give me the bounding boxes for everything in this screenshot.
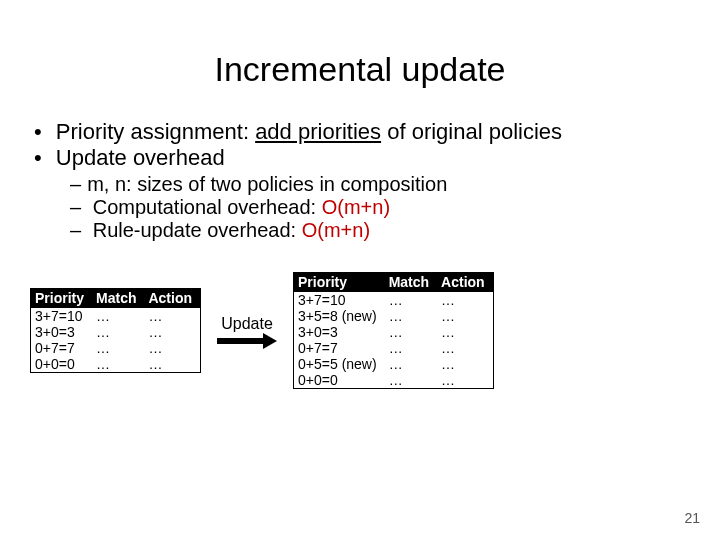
- cell-action: …: [437, 324, 493, 340]
- cell-priority: 3+0=3: [294, 324, 385, 340]
- cell-action: …: [144, 356, 200, 373]
- cell-action: …: [437, 372, 493, 389]
- table-row: 3+0=3……: [31, 324, 201, 340]
- cell-match: …: [385, 292, 437, 308]
- table-row: 0+0=0……: [31, 356, 201, 373]
- cell-priority: 3+0=3: [31, 324, 93, 340]
- slide-title: Incremental update: [30, 50, 690, 89]
- cell-match: …: [385, 308, 437, 324]
- subbullet-computational: Computational overhead: O(m+n): [70, 196, 690, 219]
- table-row: 0+5=5 (new)……: [294, 356, 494, 372]
- cell-action: …: [437, 356, 493, 372]
- cell-priority: 3+7=10: [31, 308, 93, 324]
- bullet-text: of original policies: [381, 119, 562, 144]
- bullet-underlined: add priorities: [255, 119, 381, 144]
- arrow-icon: [217, 335, 277, 347]
- table-before: Priority Match Action 3+7=10……3+0=3……0+7…: [30, 288, 201, 373]
- bullet-priority-assignment: Priority assignment: add priorities of o…: [30, 119, 690, 145]
- col-priority: Priority: [294, 272, 385, 292]
- cell-match: …: [92, 356, 144, 373]
- bullet-update-overhead: Update overhead m, n: sizes of two polic…: [30, 145, 690, 242]
- complexity-value: O(m+n): [322, 196, 390, 218]
- table-row: 3+7=10……: [31, 308, 201, 324]
- cell-priority: 0+5=5 (new): [294, 356, 385, 372]
- cell-action: …: [144, 340, 200, 356]
- table-after: Priority Match Action 3+7=10……3+5=8 (new…: [293, 272, 494, 389]
- cell-priority: 0+7=7: [31, 340, 93, 356]
- table-row: 3+7=10……: [294, 292, 494, 308]
- table-row: 0+0=0……: [294, 372, 494, 389]
- cell-match: …: [385, 340, 437, 356]
- cell-match: …: [92, 340, 144, 356]
- table-row: 0+7=7……: [31, 340, 201, 356]
- col-action: Action: [437, 272, 493, 292]
- table-row: 3+5=8 (new)……: [294, 308, 494, 324]
- cell-priority: 0+0=0: [294, 372, 385, 389]
- complexity-value: O(m+n): [302, 219, 370, 241]
- table-row: 3+0=3……: [294, 324, 494, 340]
- bullet-text: Update overhead: [56, 145, 225, 170]
- cell-match: …: [385, 324, 437, 340]
- col-action: Action: [144, 288, 200, 308]
- cell-priority: 0+0=0: [31, 356, 93, 373]
- table-row: 0+7=7……: [294, 340, 494, 356]
- arrow-label: Update: [221, 315, 273, 333]
- cell-action: …: [144, 324, 200, 340]
- cell-action: …: [437, 308, 493, 324]
- subbullet-text: Computational overhead:: [93, 196, 322, 218]
- page-number: 21: [684, 510, 700, 526]
- bullet-text: Priority assignment:: [56, 119, 255, 144]
- cell-action: …: [437, 292, 493, 308]
- cell-match: …: [385, 356, 437, 372]
- cell-action: …: [144, 308, 200, 324]
- cell-priority: 3+7=10: [294, 292, 385, 308]
- subbullet-text: Rule-update overhead:: [93, 219, 302, 241]
- col-priority: Priority: [31, 288, 93, 308]
- col-match: Match: [92, 288, 144, 308]
- cell-match: …: [92, 308, 144, 324]
- col-match: Match: [385, 272, 437, 292]
- cell-match: …: [92, 324, 144, 340]
- cell-priority: 3+5=8 (new): [294, 308, 385, 324]
- subbullet-sizes: m, n: sizes of two policies in compositi…: [70, 173, 690, 196]
- cell-priority: 0+7=7: [294, 340, 385, 356]
- cell-action: …: [437, 340, 493, 356]
- subbullet-rule-update: Rule-update overhead: O(m+n): [70, 219, 690, 242]
- cell-match: …: [385, 372, 437, 389]
